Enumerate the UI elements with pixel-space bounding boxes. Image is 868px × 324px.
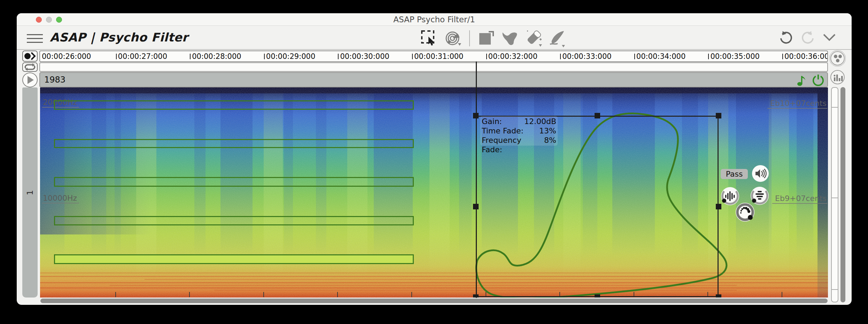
track-number-strip[interactable]: 1 [22,87,38,298]
vertical-scrollbar[interactable] [840,87,845,302]
timeline-label: 00:00:27:000 [116,51,167,61]
horizontal-scrollbar[interactable] [40,299,828,303]
pass-mode-button[interactable]: Pass [721,169,748,179]
toolbar-separator [469,30,470,46]
timeline-label: 00:00:29:000 [264,51,315,61]
track-header[interactable]: 1983 [39,72,828,87]
scale-line [832,289,838,290]
spectrogram-canvas[interactable]: 20000Hz10000Hz Eb10+07centsEb9+07cents G… [40,87,828,298]
scale-line [832,107,838,108]
timeline-label: 00:00:33:000 [560,51,611,61]
window-title: ASAP Psycho Filter/1 [17,13,852,26]
gain-knob[interactable] [735,202,755,222]
app-title: ASAP | Psycho Filter [50,30,188,44]
titlebar[interactable]: ASAP Psycho Filter/1 [17,13,852,26]
selection-handle[interactable] [595,113,600,118]
record-next-icon[interactable] [22,51,38,62]
timeline-label: 00:00:31:000 [412,51,463,61]
playhead[interactable] [476,62,477,298]
marquee-select-tool[interactable] [420,29,439,48]
harmonic-brush-tool[interactable] [443,29,462,48]
timeline-label: 00:00:36:000 [782,51,828,61]
freehand-region-tool[interactable] [501,29,519,48]
music-note-icon[interactable] [797,74,807,88]
chevron-down-icon[interactable] [822,30,837,45]
selection-handle[interactable] [595,294,600,298]
timeline-label: 00:00:35:000 [708,51,759,61]
selection-info-row: Gain:12.00dB [482,117,556,126]
history-group [778,30,837,45]
timeline-label: 00:00:26:000 [42,51,91,61]
timeline-label: 00:00:32:000 [486,51,537,61]
track-name: 1983 [44,75,65,85]
smooth-pen-tool[interactable] [548,29,567,48]
track-number: 1 [25,185,34,200]
hamburger-icon[interactable] [27,34,43,44]
selection-info: Gain:12.00dBTime Fade:13%Frequency Fade:… [480,116,558,146]
selection-handle[interactable] [716,113,721,118]
timeline-label: 00:00:28:000 [190,51,241,61]
timeline-ruler[interactable]: 00:00:26:00000:00:27:00000:00:28:00000:0… [39,51,828,62]
loop-range-bar[interactable] [39,62,828,72]
selection-handle[interactable] [716,294,721,298]
toolbar: ASAP | Psycho Filter [17,26,852,50]
scale-line [832,198,838,198]
selection-info-row: Frequency Fade:8% [482,136,556,145]
timeline-label: 00:00:30:000 [338,51,389,61]
redo-arrow-icon[interactable] [800,30,815,45]
audition-speaker-button[interactable] [751,164,769,183]
mixer-dots-icon[interactable] [830,51,845,65]
power-icon[interactable] [812,74,824,88]
spectrum-bars-icon[interactable] [830,70,845,84]
loop-icon[interactable] [22,62,38,72]
eraser-tool[interactable] [524,29,543,48]
note-scale-ruler[interactable] [831,87,838,302]
app-window: ASAP Psycho Filter/1 ASAP | Psycho Filte… [17,13,852,305]
undo-arrow-icon[interactable] [778,30,794,45]
rectangle-region-tool[interactable] [477,29,496,48]
tool-group [420,28,567,48]
timeline-label: 00:00:34:000 [634,51,685,61]
play-icon[interactable] [22,72,38,87]
selection-info-row: Time Fade:13% [482,126,556,136]
